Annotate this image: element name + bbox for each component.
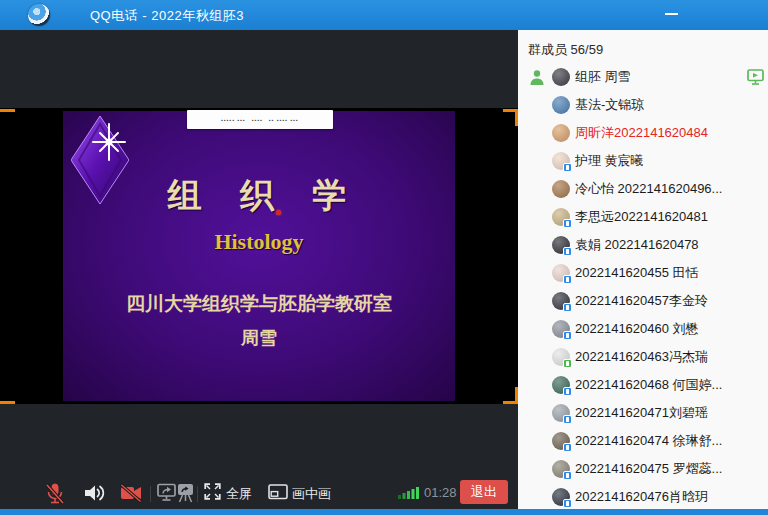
member-row[interactable]: 冷心怡 2022141620496... — [518, 175, 768, 203]
member-row[interactable]: 2022141620474 徐琳舒... — [518, 427, 768, 455]
toolbar-divider — [150, 486, 151, 502]
qq-call-app-icon — [28, 4, 50, 26]
member-avatar — [552, 460, 570, 478]
mobile-online-badge — [563, 387, 572, 396]
member-name: 2022141620460 刘懋 — [575, 320, 699, 338]
mobile-online-badge — [563, 219, 572, 228]
member-name: 护理 黄宸曦 — [575, 152, 644, 170]
member-avatar — [552, 488, 570, 506]
member-avatar — [552, 404, 570, 422]
member-avatar — [552, 68, 570, 86]
phone-glyph — [566, 305, 569, 310]
call-toolbar: 全屏 画中画 01:28 退出 — [0, 435, 518, 509]
member-row[interactable]: 2022141620475 罗熠蕊... — [518, 455, 768, 483]
member-name: 2022141620463冯杰瑞 — [575, 348, 708, 366]
member-name: 李思远2022141620481 — [575, 208, 708, 226]
member-name: 2022141620455 田恬 — [575, 264, 699, 282]
call-timer: 01:28 — [424, 485, 457, 500]
member-list[interactable]: 组胚 周雪基法-文锦琼周昕洋2022141620484护理 黄宸曦冷心怡 202… — [518, 63, 768, 509]
network-signal-icon — [398, 485, 422, 499]
picture-in-picture-button[interactable]: 画中画 — [292, 485, 331, 503]
member-name: 2022141620474 徐琳舒... — [575, 432, 722, 450]
mobile-online-badge — [563, 331, 572, 340]
share-hint-segment: ▪▪▪▪ — [252, 117, 263, 123]
member-avatar — [552, 152, 570, 170]
phone-glyph — [566, 445, 569, 450]
laser-pointer-dot — [276, 210, 281, 215]
share-hint-segment: ▪▪ ▪▪▪▪ ▪▪▪ — [269, 117, 299, 123]
mobile-online-badge — [563, 247, 572, 256]
member-avatar — [552, 320, 570, 338]
fullscreen-button[interactable]: 全屏 — [226, 485, 252, 503]
member-row[interactable]: 2022141620455 田恬 — [518, 259, 768, 287]
slide-subtitle: Histology — [63, 229, 455, 255]
share-hint-segment: ▪▪▪▪▪ ▪▪▪ — [221, 117, 246, 123]
member-name: 基法-文锦琼 — [575, 96, 644, 114]
member-row[interactable]: 组胚 周雪 — [518, 63, 768, 91]
member-avatar — [552, 264, 570, 282]
exit-call-button[interactable]: 退出 — [460, 480, 508, 504]
phone-glyph — [566, 277, 569, 282]
slide-title: 组 织 学 — [63, 173, 455, 219]
member-row[interactable]: 周昕洋2022141620484 — [518, 119, 768, 147]
mobile-online-badge — [563, 163, 572, 172]
presentation-slide: 组 织 学 Histology 四川大学组织学与胚胎学教研室 周雪 — [63, 111, 455, 401]
phone-glyph — [566, 501, 569, 506]
whiteboard-share-button[interactable] — [176, 483, 195, 503]
window-title: QQ电话 - 2022年秋组胚3 — [90, 7, 244, 25]
member-row[interactable]: 2022141620463冯杰瑞 — [518, 343, 768, 371]
window-titlebar: QQ电话 - 2022年秋组胚3 — [0, 0, 768, 30]
phone-glyph — [566, 417, 569, 422]
online-device-badge-green — [563, 359, 572, 368]
capture-corner-bottom-left — [0, 401, 15, 404]
member-avatar — [552, 432, 570, 450]
capture-corner-bottom-right — [503, 387, 518, 404]
presenter-icon — [529, 69, 545, 90]
member-row[interactable]: 袁娟 2022141620478 — [518, 231, 768, 259]
member-row[interactable]: 2022141620476肖晗玥 — [518, 483, 768, 509]
member-name: 2022141620475 罗熠蕊... — [575, 460, 722, 478]
capture-corner-top-right — [503, 109, 518, 126]
mobile-online-badge — [563, 443, 572, 452]
toolbar-divider — [197, 486, 198, 502]
camera-off-button[interactable] — [120, 483, 143, 503]
member-name: 组胚 周雪 — [575, 68, 631, 86]
speaker-button[interactable] — [84, 483, 105, 503]
member-name: 周昕洋2022141620484 — [575, 124, 708, 142]
phone-glyph — [566, 165, 569, 170]
mobile-online-badge — [563, 275, 572, 284]
screen-share-button[interactable] — [157, 483, 176, 502]
capture-corner-top-left — [0, 109, 15, 112]
member-name: 冷心怡 2022141620496... — [575, 180, 722, 198]
fullscreen-icon[interactable] — [204, 483, 221, 500]
screen-sharing-indicator-icon — [747, 69, 765, 90]
mobile-online-badge — [563, 303, 572, 312]
member-row[interactable]: 2022141620468 何国婷... — [518, 371, 768, 399]
member-avatar — [552, 348, 570, 366]
member-avatar — [552, 376, 570, 394]
video-stage: 组 织 学 Histology 四川大学组织学与胚胎学教研室 周雪 ▪▪▪▪▪ … — [0, 30, 518, 509]
share-toolbar-chip[interactable]: ▪▪▪▪▪ ▪▪▪ ▪▪▪▪ ▪▪ ▪▪▪▪ ▪▪▪ — [187, 110, 333, 129]
member-panel: 群成员 56/59 组胚 周雪基法-文锦琼周昕洋2022141620484护理 … — [518, 30, 768, 509]
microphone-muted-button[interactable] — [45, 483, 65, 505]
phone-glyph — [566, 333, 569, 338]
member-row[interactable]: 护理 黄宸曦 — [518, 147, 768, 175]
member-name: 袁娟 2022141620478 — [575, 236, 699, 254]
member-row[interactable]: 基法-文锦琼 — [518, 91, 768, 119]
minimize-icon — [665, 13, 678, 15]
member-row[interactable]: 2022141620471刘碧瑶 — [518, 399, 768, 427]
member-row[interactable]: 2022141620457李金玲 — [518, 287, 768, 315]
mobile-online-badge — [563, 415, 572, 424]
member-avatar — [552, 96, 570, 114]
member-row[interactable]: 2022141620460 刘懋 — [518, 315, 768, 343]
picture-in-picture-icon[interactable] — [268, 483, 288, 501]
slide-department: 四川大学组织学与胚胎学教研室 — [63, 291, 455, 317]
phone-glyph — [566, 389, 569, 394]
member-avatar — [552, 292, 570, 310]
window-bottom-border — [0, 509, 768, 515]
mobile-online-badge — [563, 471, 572, 480]
member-row[interactable]: 李思远2022141620481 — [518, 203, 768, 231]
member-avatar — [552, 236, 570, 254]
minimize-button[interactable] — [656, 2, 686, 26]
member-name: 2022141620471刘碧瑶 — [575, 404, 708, 422]
